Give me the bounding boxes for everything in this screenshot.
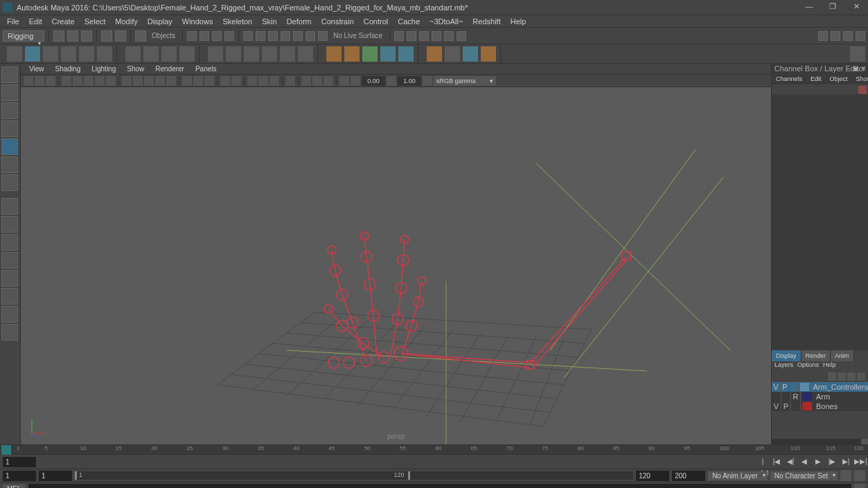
menu-3dtoall[interactable]: ~3DtoAll~: [425, 17, 467, 26]
layer-move-down-icon[interactable]: [838, 372, 846, 381]
view-d-icon[interactable]: [285, 76, 295, 86]
current-frame-field[interactable]: 1: [3, 457, 36, 467]
shelf-icon-20[interactable]: [398, 46, 414, 62]
shelf-icon-18[interactable]: [362, 46, 378, 62]
scrollbar-horizontal[interactable]: [861, 439, 868, 444]
layer-ref-toggle[interactable]: [791, 401, 801, 411]
undo-icon[interactable]: [101, 30, 112, 42]
play-back-button[interactable]: ◀: [799, 456, 810, 467]
playback-start-field[interactable]: 1: [3, 471, 36, 481]
menu-create[interactable]: Create: [48, 17, 79, 26]
history-e-icon[interactable]: [305, 31, 315, 41]
render-globals-icon[interactable]: [457, 31, 466, 41]
view-g-icon[interactable]: [324, 76, 333, 86]
xray-joints-icon[interactable]: [204, 76, 214, 86]
shelf-icon-22[interactable]: [445, 46, 460, 62]
layout-two-stack-icon[interactable]: [1, 252, 18, 269]
layer-menu-layers[interactable]: Layers: [774, 361, 793, 371]
paint-select-tool[interactable]: [1, 102, 18, 119]
shelf-icon-2[interactable]: [43, 46, 58, 62]
panel-menu-view[interactable]: View: [25, 65, 48, 73]
color-mgmt-dropdown[interactable]: sRGB gamma: [434, 76, 496, 86]
minimize-button[interactable]: —: [800, 2, 818, 13]
shelf-icon-19[interactable]: [380, 46, 396, 62]
menuset-dropdown[interactable]: Rigging: [3, 30, 44, 42]
snap-plane-icon[interactable]: [224, 31, 234, 41]
shelf-tab-icon[interactable]: [7, 46, 22, 62]
layer-name[interactable]: Arm_Controllers: [811, 383, 868, 391]
script-lang-toggle[interactable]: MEL: [3, 485, 26, 489]
panel-menu-shading[interactable]: Shading: [51, 65, 85, 73]
shelf-icon-17[interactable]: [344, 46, 360, 62]
anim-layer-dropdown[interactable]: No Anim Layer: [708, 471, 768, 480]
history-f-icon[interactable]: [318, 31, 328, 41]
rewind-button[interactable]: |◀◀: [757, 456, 768, 467]
layer-playback-toggle[interactable]: [781, 392, 791, 401]
layer-new-selected-icon[interactable]: [857, 372, 865, 381]
resolution-gate-icon[interactable]: [95, 76, 105, 86]
select-tool[interactable]: [1, 66, 18, 83]
film-gate-icon[interactable]: [84, 76, 94, 86]
menu-deform[interactable]: Deform: [283, 17, 316, 26]
shelf-icon-5[interactable]: [97, 46, 112, 62]
shelf-icon-23[interactable]: [463, 46, 478, 62]
textured-icon[interactable]: [144, 76, 154, 86]
layer-row[interactable]: V P Arm_Controllers: [772, 382, 868, 392]
shelf-icon-6[interactable]: [125, 46, 141, 62]
shelf-icon-3[interactable]: [61, 46, 76, 62]
history-icon[interactable]: [243, 31, 253, 41]
range-end-field[interactable]: 120: [636, 471, 669, 481]
layer-color-swatch[interactable]: [802, 402, 812, 410]
layer-name[interactable]: Arm: [813, 392, 830, 401]
menu-control[interactable]: Control: [360, 17, 392, 26]
shaded-icon[interactable]: [133, 76, 143, 86]
shelf-icon-11[interactable]: [226, 46, 241, 62]
menu-skeleton[interactable]: Skeleton: [218, 17, 256, 26]
menu-help[interactable]: Help: [506, 17, 531, 26]
xray-icon[interactable]: [193, 76, 203, 86]
shelf-icon-21[interactable]: [427, 46, 442, 62]
gamma-icon[interactable]: [231, 76, 241, 86]
panel-layout-c-icon[interactable]: [843, 31, 853, 41]
view-h-icon[interactable]: [339, 76, 349, 86]
panel-menu-lighting[interactable]: Lighting: [87, 65, 120, 73]
menu-select[interactable]: Select: [80, 17, 110, 26]
panel-menu-show[interactable]: Show: [123, 65, 148, 73]
history-d-icon[interactable]: [293, 31, 303, 41]
exposure-icon[interactable]: [220, 76, 230, 86]
layer-tab-render[interactable]: Render: [801, 350, 831, 361]
layer-row[interactable]: V P Bones: [772, 401, 868, 411]
layer-ref-toggle[interactable]: [790, 382, 799, 392]
time-slider[interactable]: 1 5 10 15 20 25 30 35 40 45 50 55 60 65 …: [0, 444, 868, 454]
view-f-icon[interactable]: [312, 76, 322, 86]
shelf-icon-8[interactable]: [161, 46, 177, 62]
select-mode-icon[interactable]: [135, 30, 146, 42]
view-transform-b-icon[interactable]: [258, 76, 268, 86]
range-handle-end[interactable]: [408, 471, 410, 480]
menu-skin[interactable]: Skin: [258, 17, 281, 26]
camera-select-icon[interactable]: [24, 76, 33, 86]
hypershade-icon[interactable]: [444, 31, 454, 41]
menu-cache[interactable]: Cache: [393, 17, 424, 26]
layer-playback-toggle[interactable]: P: [781, 401, 791, 411]
snap-point-icon[interactable]: [212, 31, 222, 41]
shelf-icon-12[interactable]: [244, 46, 259, 62]
menu-display[interactable]: Display: [143, 17, 177, 26]
layer-ref-toggle[interactable]: R: [791, 392, 801, 401]
menu-edit[interactable]: Edit: [25, 17, 46, 26]
prefs-icon[interactable]: [854, 470, 865, 481]
gate-mask-icon[interactable]: [106, 76, 116, 86]
layout-single-icon[interactable]: [1, 198, 18, 215]
playback-end-field[interactable]: 200: [672, 471, 705, 481]
layout-two-side-icon[interactable]: [1, 234, 18, 251]
panel-menu-panels[interactable]: Panels: [191, 65, 221, 73]
render-view-icon[interactable]: [432, 31, 441, 41]
cb-tab-show[interactable]: Show: [852, 73, 868, 84]
camera-attr-icon[interactable]: [35, 76, 44, 86]
save-scene-icon[interactable]: [81, 30, 92, 42]
cb-tab-object[interactable]: Object: [826, 73, 852, 84]
layer-tab-anim[interactable]: Anim: [831, 350, 854, 361]
shelf-options-icon[interactable]: [850, 46, 865, 62]
menu-constrain[interactable]: Constrain: [317, 17, 358, 26]
layout-three-icon[interactable]: [1, 270, 18, 287]
